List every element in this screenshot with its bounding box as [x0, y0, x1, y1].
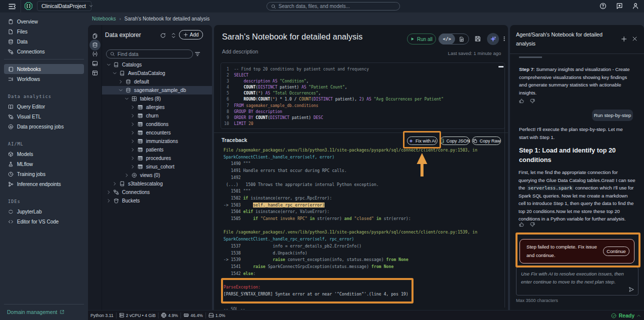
tree-item-views-0-[interactable]: views (0) — [102, 171, 212, 180]
statusbar-item[interactable]: Python 3.11 — [88, 313, 116, 318]
find-data-input[interactable]: Find data — [106, 50, 193, 58]
braces-x-icon[interactable] — [92, 51, 98, 57]
kernel-status[interactable]: Ready — [611, 310, 641, 320]
sidebar-item-workflows[interactable]: Workflows — [4, 74, 84, 84]
tree-item-churn[interactable]: churn — [102, 112, 212, 120]
thumbs-down-icon[interactable] — [530, 222, 535, 227]
close-icon[interactable] — [632, 36, 638, 42]
database-icon[interactable] — [92, 42, 98, 48]
sidebar-item-data-processing-jobs[interactable]: Data processing jobs — [4, 122, 84, 132]
tree-item-connections[interactable]: Connections — [102, 188, 212, 196]
clipped-message — [519, 56, 542, 58]
sidebar-item-editor-for-vs-code[interactable]: Editor for VS Code — [4, 216, 84, 226]
collapse-all-icon[interactable] — [170, 32, 176, 38]
user-icon[interactable] — [632, 2, 639, 10]
notebook-scrollbar[interactable] — [504, 68, 505, 308]
domain-management-link[interactable]: Domain management — [0, 304, 88, 315]
sidebar-divider — [4, 59, 84, 60]
thumbs-up-icon[interactable] — [519, 98, 524, 104]
tree-item-immunizations[interactable]: immunizations — [102, 137, 212, 146]
statusbar-item[interactable]: 46.4% — [181, 312, 206, 318]
save-icon[interactable] — [474, 36, 481, 42]
sidebar-item-inference-endpoints[interactable]: Inference endpoints — [4, 179, 84, 189]
chevron-right-icon[interactable] — [130, 114, 135, 118]
tree-item-conditions[interactable]: conditions — [102, 120, 212, 128]
sidebar-item-files[interactable]: Files — [4, 26, 84, 36]
add-button[interactable]: Add — [179, 30, 203, 40]
snippet-icon[interactable] — [92, 60, 98, 66]
collapse-menu-icon[interactable] — [8, 2, 16, 10]
sidebar-item-notebooks[interactable]: Notebooks — [4, 64, 84, 74]
fix-with-ai-button[interactable]: Fix with AI — [407, 136, 438, 145]
sidebar-item-overview[interactable]: Overview — [4, 16, 84, 26]
line-number: 5 — [221, 90, 229, 96]
app-logo-icon[interactable] — [24, 2, 33, 10]
run-all-button[interactable]: Run all — [407, 34, 436, 44]
copy-file-icon[interactable] — [92, 33, 98, 39]
tree-item-tables-8-[interactable]: tables (8) — [102, 94, 212, 103]
sidebar-item-data[interactable]: Data — [4, 36, 84, 46]
chevron-right-icon[interactable] — [106, 190, 111, 194]
tree-item-default[interactable]: default — [102, 78, 212, 86]
refresh-icon[interactable] — [160, 32, 166, 38]
tree-item-allergies[interactable]: allergies — [102, 103, 212, 112]
more-options-icon[interactable] — [503, 35, 505, 42]
tree-item-sinus-cohort[interactable]: sinus_cohort — [102, 162, 212, 171]
tree-item-catalogs[interactable]: Catalogs — [102, 60, 212, 69]
copy-json-button[interactable]: Copy JSON — [440, 136, 470, 145]
statusbar-item[interactable]: 1.0% — [206, 312, 228, 318]
chevron-down-icon[interactable] — [112, 71, 117, 76]
sidebar-item-connections[interactable]: Connections — [4, 46, 84, 56]
continue-button[interactable]: Continue — [603, 246, 630, 256]
chevron-right-icon[interactable] — [106, 198, 111, 203]
user-message-bubble: Run step-by-step — [592, 110, 633, 121]
tree-item-buckets[interactable]: Buckets — [102, 196, 212, 205]
new-chat-icon[interactable] — [621, 36, 627, 42]
copy-json-icon — [440, 138, 444, 144]
tree-item-sagemaker-sample-db[interactable]: sagemaker_sample_db — [102, 86, 212, 94]
feedback-icon[interactable] — [616, 2, 623, 10]
thumbs-up-icon[interactable] — [519, 222, 524, 227]
tree-item-patients[interactable]: patients — [102, 146, 212, 154]
tree-item-awsdatacatalog[interactable]: AwsDataCatalog — [102, 69, 212, 78]
ai-assistant-button[interactable] — [487, 33, 499, 45]
global-search-input[interactable]: Search data, files, and models... — [266, 2, 400, 10]
thumbs-down-icon[interactable] — [530, 98, 535, 104]
copy-raw-button[interactable]: Copy Raw — [472, 136, 501, 145]
tree-item-procedures[interactable]: procedures — [102, 154, 212, 162]
tree-item-encounters[interactable]: encounters — [102, 128, 212, 137]
code-cell[interactable]: 1-- Find top 20 conditions by patient co… — [220, 62, 505, 129]
chevron-right-icon[interactable] — [130, 139, 135, 144]
sidebar-item-mlflow[interactable]: MLflow — [4, 159, 84, 169]
chevron-right-icon[interactable] — [130, 130, 135, 135]
chevron-down-icon[interactable] — [106, 62, 111, 67]
project-selector[interactable]: ClinicalDataProject — [37, 1, 92, 11]
filter-icon[interactable] — [194, 50, 201, 58]
chevron-right-icon[interactable] — [130, 122, 135, 126]
chevron-right-icon[interactable] — [118, 80, 123, 84]
help-icon[interactable] — [600, 2, 606, 10]
statusbar-item[interactable]: 4.9% — [158, 312, 180, 318]
sidebar-item-training-jobs[interactable]: Training jobs — [4, 169, 84, 179]
sidebar-item-query-editor[interactable]: Query Editor — [4, 102, 84, 112]
chat-input[interactable]: Use Fix with AI to resolve execution iss… — [516, 267, 638, 296]
chevron-down-icon[interactable] — [118, 88, 123, 92]
add-description[interactable]: Add description — [222, 48, 258, 54]
chevron-right-icon[interactable] — [130, 148, 135, 152]
chevron-right-icon[interactable] — [130, 156, 135, 160]
chevron-down-icon[interactable] — [124, 96, 129, 101]
chevron-right-icon[interactable] — [130, 164, 135, 169]
sidebar-item-jupyterlab[interactable]: JupyterLab — [4, 206, 84, 216]
table-panel-icon[interactable] — [92, 70, 98, 76]
tree-item-s3tablescatalog[interactable]: s3tablescatalog — [102, 180, 212, 188]
chevron-right-icon[interactable] — [112, 182, 117, 186]
breadcrumb-notebooks-link[interactable]: Notebooks — [92, 16, 116, 22]
code-view-toggle[interactable]: </> — [439, 34, 455, 44]
statusbar-item[interactable]: 2 vCPU • 4 GiB — [116, 312, 158, 318]
sidebar-item-models[interactable]: Models — [4, 149, 84, 159]
sidebar-item-visual-etl[interactable]: Visual ETL — [4, 112, 84, 122]
chevron-right-icon[interactable] — [130, 105, 135, 110]
send-icon[interactable] — [628, 286, 634, 292]
chevron-right-icon[interactable] — [124, 173, 129, 178]
doc-view-toggle[interactable] — [455, 36, 468, 42]
